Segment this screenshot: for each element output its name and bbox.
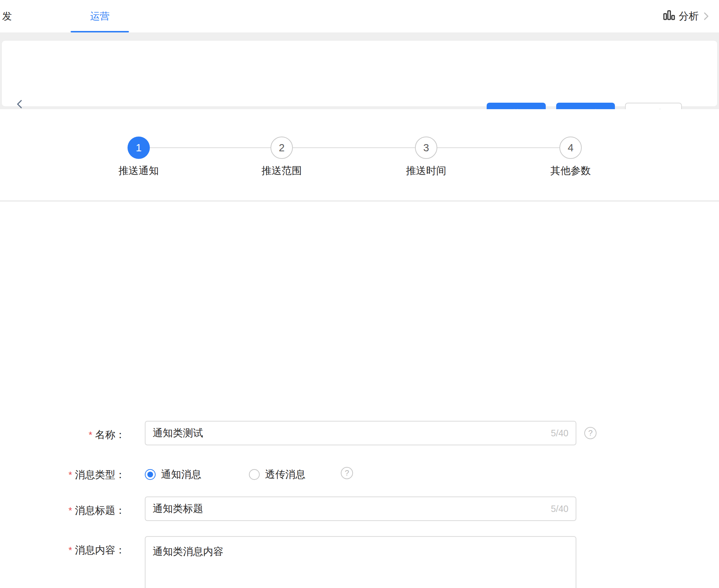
- step-4-label: 其他参数: [527, 164, 614, 178]
- step-4-circle[interactable]: 4: [559, 137, 582, 159]
- step-2-circle[interactable]: 2: [271, 137, 293, 159]
- message-content-textarea[interactable]: 通知类消息内容 7/1024: [145, 536, 576, 588]
- step-1-label: 推送通知: [95, 164, 182, 178]
- step-3-label: 推送时间: [383, 164, 469, 178]
- step-2-label: 推送范围: [238, 164, 325, 178]
- message-content-value: 通知类消息内容: [153, 545, 568, 558]
- tab-develop-partial[interactable]: 发: [2, 0, 12, 32]
- message-type-help-icon[interactable]: ?: [341, 467, 353, 479]
- active-tab-underline: [71, 31, 129, 32]
- step-3-circle[interactable]: 3: [415, 137, 437, 159]
- message-title-input-value: 通知类标题: [153, 502, 551, 516]
- message-title-input[interactable]: 通知类标题 5/40: [145, 496, 576, 521]
- bar-chart-icon: [663, 9, 675, 23]
- name-input-value: 通知类测试: [153, 426, 551, 440]
- radio-passthrough-message[interactable]: 透传消息: [249, 468, 305, 481]
- step-connector-3: [437, 147, 559, 148]
- wizard-stepper: 1 2 3 4 推送通知 推送范围 推送时间 其他参数: [0, 109, 719, 201]
- radio-notification-message-label: 通知消息: [161, 468, 201, 481]
- step-connector-1: [150, 147, 271, 148]
- tab-operations-label: 运营: [90, 11, 110, 22]
- message-content-label: *消息内容：: [28, 543, 125, 557]
- name-label: *名称：: [28, 428, 125, 442]
- page-header-card: 添加推送通知 存草稿 下一步 取消: [1, 40, 718, 107]
- required-marker: *: [68, 505, 72, 516]
- radio-notification-message[interactable]: 通知消息: [145, 468, 201, 481]
- message-type-label: *消息类型：: [28, 468, 125, 482]
- required-marker: *: [68, 545, 72, 556]
- message-title-label: *消息标题：: [28, 504, 125, 517]
- name-input[interactable]: 通知类测试 5/40: [145, 421, 576, 445]
- radio-unselected-icon: [249, 469, 260, 480]
- analysis-label: 分析: [679, 9, 699, 23]
- required-marker: *: [68, 469, 72, 480]
- name-char-counter: 5/40: [551, 428, 568, 438]
- radio-selected-icon: [145, 469, 156, 480]
- top-navigation: 发 运营 分析: [0, 0, 719, 32]
- analysis-nav[interactable]: 分析: [663, 0, 710, 32]
- name-help-icon[interactable]: ?: [584, 427, 597, 439]
- back-chevron-icon[interactable]: [15, 99, 25, 109]
- push-notification-form: *名称： 通知类测试 5/40 ? *消息类型： 通知消息 透传消息 ? *消息…: [0, 202, 719, 588]
- step-1-circle[interactable]: 1: [128, 137, 150, 159]
- required-marker: *: [89, 429, 92, 440]
- chevron-right-icon: [702, 11, 710, 22]
- radio-passthrough-message-label: 透传消息: [265, 468, 305, 481]
- step-connector-2: [293, 147, 415, 148]
- message-title-char-counter: 5/40: [551, 504, 568, 514]
- tab-operations[interactable]: 运营: [71, 0, 129, 32]
